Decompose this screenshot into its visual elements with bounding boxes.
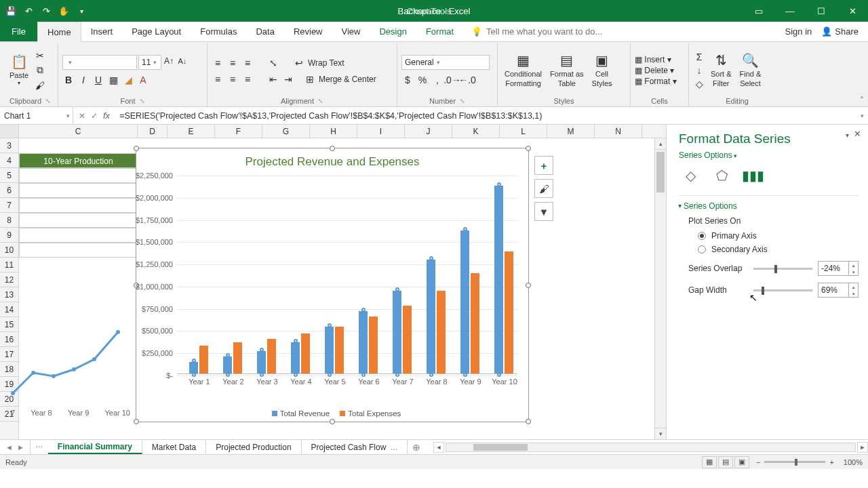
mini-line-chart[interactable]: 7Year 8Year 9Year 10 — [9, 305, 132, 420]
horizontal-scrollbar[interactable] — [446, 443, 856, 452]
spin-up-icon[interactable]: ▴ — [848, 283, 858, 290]
bar-revenue[interactable] — [393, 291, 401, 373]
cancel-formula-icon[interactable]: ✕ — [79, 111, 85, 121]
series-overlap-slider[interactable] — [753, 268, 812, 270]
bar-revenue[interactable] — [189, 362, 198, 373]
bar-group[interactable] — [223, 342, 242, 373]
pane-close-icon[interactable]: ✕ — [854, 129, 861, 139]
scrollbar-thumb[interactable] — [656, 152, 665, 192]
find-select-button[interactable]: 🔍Find & Select — [737, 51, 764, 89]
column-header[interactable]: J — [405, 125, 452, 138]
bar-group[interactable] — [393, 291, 412, 373]
resize-handle[interactable] — [134, 146, 139, 151]
spin-up-icon[interactable]: ▴ — [848, 262, 858, 268]
row-header[interactable]: 3 — [0, 138, 18, 153]
number-format-combo[interactable]: General — [401, 55, 490, 70]
name-box[interactable]: Chart 1 — [0, 107, 73, 124]
fill-icon[interactable]: ↓ — [693, 64, 705, 77]
tab-view[interactable]: View — [332, 22, 370, 41]
bar-group[interactable] — [325, 327, 344, 373]
resize-handle[interactable] — [526, 146, 531, 151]
row-header[interactable]: 7 — [0, 198, 18, 213]
bar-expenses[interactable] — [437, 291, 446, 373]
row-header[interactable]: 4 — [0, 153, 18, 168]
row-header[interactable]: 9 — [0, 228, 18, 243]
column-header[interactable]: E — [167, 125, 215, 138]
page-layout-view-icon[interactable]: ▤ — [718, 456, 733, 468]
column-header[interactable]: M — [547, 125, 595, 138]
sheet-tab-projected-cash-flow[interactable]: Projected Cash Flow ... — [302, 440, 408, 454]
secondary-axis-radio[interactable]: Secondary Axis — [679, 245, 859, 254]
column-header[interactable]: N — [595, 125, 642, 138]
minimize-icon[interactable]: — — [774, 0, 806, 22]
bar-expenses[interactable] — [505, 251, 513, 373]
bar-group[interactable] — [427, 260, 446, 373]
tab-design[interactable]: Design — [370, 22, 416, 41]
bar-revenue[interactable] — [359, 311, 368, 373]
decrease-indent-icon[interactable]: ⇤ — [267, 73, 279, 85]
font-name-combo[interactable] — [62, 55, 137, 70]
share-button[interactable]: 👤 Share — [821, 26, 859, 37]
sheet-nav-next-icon[interactable]: ► — [17, 443, 24, 451]
conditional-formatting-button[interactable]: ▦Conditional Formatting — [502, 51, 545, 89]
format-as-table-button[interactable]: ▤Format as Table — [547, 51, 587, 89]
align-center-icon[interactable]: ≡ — [226, 73, 239, 85]
expand-formula-bar-icon[interactable]: ▾ — [856, 113, 868, 119]
column-header[interactable]: H — [310, 125, 357, 138]
increase-indent-icon[interactable]: ⇥ — [282, 73, 294, 85]
cut-icon[interactable]: ✂ — [34, 49, 46, 62]
align-bottom-icon[interactable]: ≡ — [241, 57, 254, 69]
tab-page-layout[interactable]: Page Layout — [122, 22, 191, 41]
bar-expenses[interactable] — [267, 339, 276, 373]
close-icon[interactable]: ✕ — [837, 0, 868, 22]
pane-subtitle[interactable]: Series Options — [679, 150, 859, 160]
chart-title[interactable]: Projected Revenue and Expenses — [136, 148, 528, 173]
insert-cells-button[interactable]: ▦ Insert ▾ — [635, 55, 684, 64]
hscroll-right-icon[interactable]: ► — [857, 442, 868, 453]
row-header[interactable]: 5 — [0, 168, 18, 183]
chart-elements-button[interactable]: + — [534, 156, 553, 175]
fill-line-tab-icon[interactable]: ◇ — [682, 167, 699, 184]
dialog-launcher-icon[interactable]: ⤡ — [318, 98, 323, 104]
bar-group[interactable] — [189, 346, 208, 373]
cell[interactable] — [19, 243, 138, 258]
bar-expenses[interactable] — [301, 333, 310, 373]
cell[interactable] — [19, 228, 138, 243]
bar-group[interactable] — [257, 339, 276, 373]
bar-revenue[interactable] — [291, 342, 300, 373]
clear-icon[interactable]: ◇ — [693, 78, 705, 90]
resize-handle[interactable] — [330, 419, 335, 424]
font-color-icon[interactable]: A — [137, 74, 149, 86]
align-top-icon[interactable]: ≡ — [212, 57, 224, 69]
currency-icon[interactable]: $ — [401, 74, 414, 86]
column-header[interactable]: F — [215, 125, 262, 138]
sort-filter-button[interactable]: ⇅Sort & Filter — [708, 51, 734, 89]
qat-customize-icon[interactable]: ▾ — [76, 5, 87, 16]
percent-icon[interactable]: % — [416, 74, 429, 86]
fill-color-icon[interactable]: ◢ — [122, 74, 134, 86]
worksheet-grid[interactable]: CDEFGHIJKLMN 345678910111213141516171819… — [0, 125, 666, 439]
align-left-icon[interactable]: ≡ — [212, 73, 224, 85]
autosum-icon[interactable]: Σ — [693, 51, 705, 63]
paste-button[interactable]: 📋 Paste ▾ — [7, 52, 31, 88]
sign-in-link[interactable]: Sign in — [785, 26, 812, 37]
bar-expenses[interactable] — [199, 346, 208, 373]
scrollbar-thumb[interactable] — [473, 444, 528, 451]
sheet-nav-more[interactable]: ... — [31, 440, 48, 454]
vertical-scrollbar[interactable]: ▴ ▾ — [654, 138, 666, 439]
copy-icon[interactable]: ⧉ — [34, 64, 46, 77]
new-sheet-button[interactable]: ⊕ — [408, 440, 425, 454]
column-header[interactable]: I — [357, 125, 405, 138]
chart-filters-button[interactable]: ▼ — [534, 202, 553, 221]
collapse-ribbon-icon[interactable]: ˄ — [859, 94, 865, 106]
effects-tab-icon[interactable]: ⬠ — [713, 167, 730, 184]
sheet-tab-financial-summary[interactable]: Financial Summary — [48, 440, 142, 454]
cell-header[interactable]: 10-Year Production — [19, 153, 138, 168]
page-break-view-icon[interactable]: ▣ — [734, 456, 749, 468]
align-middle-icon[interactable]: ≡ — [226, 57, 239, 69]
scroll-down-icon[interactable]: ▾ — [655, 428, 666, 439]
chart-styles-button[interactable]: 🖌 — [534, 179, 553, 198]
column-header[interactable]: G — [262, 125, 310, 138]
hscroll-left-icon[interactable]: ◄ — [433, 442, 444, 453]
bar-expenses[interactable] — [335, 327, 344, 373]
